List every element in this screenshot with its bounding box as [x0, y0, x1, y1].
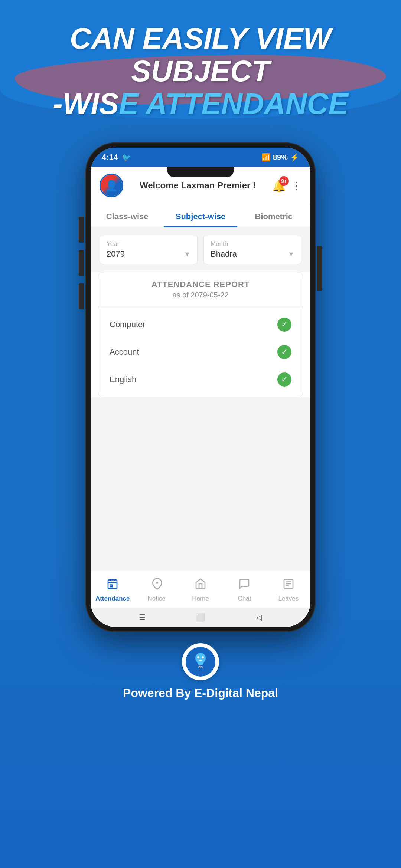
nav-label-attendance: Attendance [95, 595, 130, 602]
phone-back-btn[interactable]: ◁ [252, 611, 265, 624]
svg-point-11 [197, 656, 199, 658]
nav-item-notice[interactable]: Notice [134, 576, 178, 604]
hero-title-line1: CAN EASILY VIEW SUBJECT [22, 22, 379, 88]
subject-row-english: English ✓ [98, 366, 303, 393]
nav-label-chat: Chat [238, 595, 251, 602]
battery-text: 89% [273, 153, 288, 162]
month-label: Month [211, 240, 294, 248]
home-nav-icon [195, 578, 206, 593]
status-time: 4:14 [102, 152, 118, 162]
tab-subject-wise[interactable]: Subject-wise [164, 204, 237, 227]
svg-rect-4 [110, 585, 112, 587]
hero-title-part2: E [119, 87, 146, 120]
header-icons: 🔔 9+ ⋮ [272, 179, 301, 192]
subject-status-computer: ✓ [277, 318, 291, 332]
chat-nav-icon [238, 578, 250, 593]
nav-label-home: Home [192, 595, 209, 602]
attendance-nav-icon [107, 578, 118, 593]
phone-home-btn[interactable]: ⬜ [194, 611, 207, 624]
hero-header: CAN EASILY VIEW SUBJECT -WISE ATTENDANCE [0, 22, 401, 120]
avatar[interactable]: 👤 [100, 174, 123, 197]
nav-item-leaves[interactable]: Leaves [267, 576, 310, 604]
month-dropdown[interactable]: Month Bhadra ▼ [203, 235, 301, 264]
notification-bell-wrapper[interactable]: 🔔 9+ [272, 179, 286, 192]
report-date: as of 2079-05-22 [106, 291, 295, 299]
report-date-value: 2079-05-22 [190, 291, 228, 299]
phone-button-mute [79, 283, 84, 309]
status-bar-right: 📶 89% ⚡ [261, 153, 299, 162]
phone-notch [167, 167, 234, 177]
hero-title-part1: -WIS [53, 87, 119, 120]
battery-icon: ⚡ [290, 153, 299, 162]
nav-item-chat[interactable]: Chat [222, 576, 266, 604]
subject-name-english: English [110, 375, 136, 384]
nav-label-leaves: Leaves [278, 595, 299, 602]
phone-screen: 4:14 🐦 📶 89% ⚡ 👤 Welcome Laxman Premi [91, 148, 310, 627]
nav-label-notice: Notice [148, 595, 166, 602]
subject-status-account: ✓ [277, 345, 291, 359]
tab-biometric[interactable]: Biometric [237, 204, 310, 227]
subject-list: Computer ✓ Account ✓ English ✓ [98, 307, 303, 397]
subject-name-account: Account [110, 347, 139, 357]
subject-row-computer: Computer ✓ [98, 311, 303, 338]
nav-item-home[interactable]: Home [179, 576, 222, 604]
month-value-wrapper: Bhadra ▼ [211, 249, 294, 259]
year-value-wrapper: 2079 ▼ [107, 249, 190, 259]
svg-point-12 [202, 656, 204, 658]
month-value: Bhadra [211, 249, 237, 259]
year-label: Year [107, 240, 190, 248]
footer: dn Powered By E-Digital Nepal [123, 643, 278, 700]
status-bar: 4:14 🐦 📶 89% ⚡ [91, 148, 310, 167]
attendance-report-card: ATTENDANCE REPORT as of 2079-05-22 Compu… [98, 272, 303, 397]
year-value: 2079 [107, 249, 125, 259]
hero-title-line2: -WISE ATTENDANCE [22, 88, 379, 120]
attendance-tabs: Class-wise Subject-wise Biometric [91, 204, 310, 227]
nav-item-attendance[interactable]: Attendance [91, 576, 134, 604]
month-dropdown-arrow: ▼ [288, 250, 294, 258]
subject-row-account: Account ✓ [98, 338, 303, 366]
phone-button-power [317, 246, 322, 291]
year-dropdown-arrow: ▼ [184, 250, 190, 258]
status-bar-left: 4:14 🐦 [102, 152, 131, 162]
twitter-status-icon: 🐦 [122, 153, 131, 162]
footer-logo: dn [182, 643, 219, 680]
tab-class-wise[interactable]: Class-wise [91, 204, 164, 227]
footer-text: Powered By E-Digital Nepal [123, 686, 278, 700]
phone-button-vol-down [79, 250, 84, 276]
signal-icon: 📶 [261, 153, 271, 162]
phone-bottom-nav: ☰ ⬜ ◁ [91, 608, 310, 627]
hero-title-part3: ATTENDANCE [146, 87, 348, 120]
phone-frame: 4:14 🐦 📶 89% ⚡ 👤 Welcome Laxman Premi [85, 142, 316, 632]
notification-badge: 9+ [279, 176, 289, 186]
subject-status-english: ✓ [277, 372, 291, 387]
notice-nav-icon [151, 578, 163, 593]
screen-content: 👤 Welcome Laxman Premier ! 🔔 9+ ⋮ Clas [91, 167, 310, 627]
report-title: ATTENDANCE REPORT [106, 280, 295, 289]
subject-name-computer: Computer [110, 320, 146, 329]
leaves-nav-icon [283, 578, 294, 593]
more-options-icon[interactable]: ⋮ [291, 180, 301, 192]
svg-text:dn: dn [198, 665, 203, 669]
phone-menu-btn[interactable]: ☰ [136, 611, 149, 624]
report-date-prefix: as of [172, 291, 188, 299]
welcome-message: Welcome Laxman Premier ! [123, 180, 272, 191]
filter-dropdowns: Year 2079 ▼ Month Bhadra ▼ [91, 227, 310, 272]
content-empty-area [91, 397, 310, 571]
phone-button-vol-up [79, 217, 84, 243]
svg-point-5 [157, 582, 158, 583]
avatar-image: 👤 [101, 175, 122, 196]
hero-title: CAN EASILY VIEW SUBJECT -WISE ATTENDANCE [22, 22, 379, 120]
footer-logo-inner: dn [186, 647, 215, 677]
report-header: ATTENDANCE REPORT as of 2079-05-22 [98, 272, 303, 307]
year-dropdown[interactable]: Year 2079 ▼ [100, 235, 198, 264]
phone-mockup: 4:14 🐦 📶 89% ⚡ 👤 Welcome Laxman Premi [85, 142, 316, 632]
bottom-navigation: Attendance Notice [91, 571, 310, 608]
